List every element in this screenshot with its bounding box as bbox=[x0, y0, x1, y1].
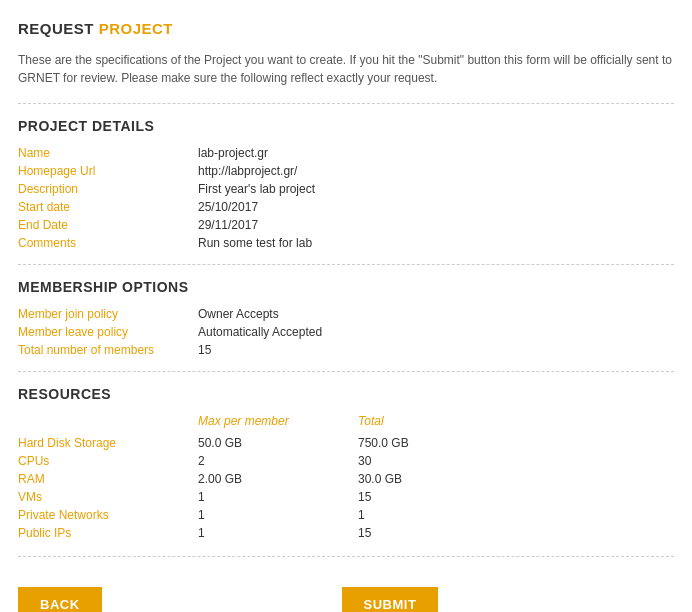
membership-field-row: Total number of members15 bbox=[18, 343, 674, 357]
resource-label: CPUs bbox=[18, 452, 198, 470]
project-field-row: Homepage Urlhttp://labproject.gr/ bbox=[18, 164, 674, 178]
field-value: 25/10/2017 bbox=[198, 200, 258, 214]
field-label: Comments bbox=[18, 236, 198, 250]
divider-4 bbox=[18, 556, 674, 557]
resource-label: Hard Disk Storage bbox=[18, 434, 198, 452]
table-row: CPUs230 bbox=[18, 452, 674, 470]
resource-total: 750.0 GB bbox=[358, 434, 674, 452]
resource-total: 30 bbox=[358, 452, 674, 470]
table-row: Hard Disk Storage50.0 GB750.0 GB bbox=[18, 434, 674, 452]
project-field-row: End Date29/11/2017 bbox=[18, 218, 674, 232]
resource-label: VMs bbox=[18, 488, 198, 506]
resource-max: 50.0 GB bbox=[198, 434, 358, 452]
table-row: Private Networks11 bbox=[18, 506, 674, 524]
project-details-title: PROJECT DETAILS bbox=[18, 118, 674, 134]
field-value: Run some test for lab bbox=[198, 236, 312, 250]
membership-fields: Member join policyOwner AcceptsMember le… bbox=[18, 307, 674, 357]
field-label: Name bbox=[18, 146, 198, 160]
resource-label: Private Networks bbox=[18, 506, 198, 524]
submit-button[interactable]: SUBMIT bbox=[342, 587, 439, 612]
divider-1 bbox=[18, 103, 674, 104]
field-value: http://labproject.gr/ bbox=[198, 164, 297, 178]
field-value: 29/11/2017 bbox=[198, 218, 258, 232]
field-value: 15 bbox=[198, 343, 211, 357]
resource-label: Public IPs bbox=[18, 524, 198, 542]
resource-label: RAM bbox=[18, 470, 198, 488]
back-button[interactable]: BACK bbox=[18, 587, 102, 612]
button-bar: BACK SUBMIT bbox=[18, 577, 674, 612]
membership-options-title: MEMBERSHIP OPTIONS bbox=[18, 279, 674, 295]
field-label: Member leave policy bbox=[18, 325, 198, 339]
project-field-row: Namelab-project.gr bbox=[18, 146, 674, 160]
membership-field-row: Member leave policyAutomatically Accepte… bbox=[18, 325, 674, 339]
project-fields: Namelab-project.grHomepage Urlhttp://lab… bbox=[18, 146, 674, 250]
divider-3 bbox=[18, 371, 674, 372]
field-value: lab-project.gr bbox=[198, 146, 268, 160]
table-row: VMs115 bbox=[18, 488, 674, 506]
field-label: Homepage Url bbox=[18, 164, 198, 178]
resource-total: 15 bbox=[358, 488, 674, 506]
project-field-row: Start date25/10/2017 bbox=[18, 200, 674, 214]
project-field-row: CommentsRun some test for lab bbox=[18, 236, 674, 250]
field-value: Automatically Accepted bbox=[198, 325, 322, 339]
resource-max: 2.00 GB bbox=[198, 470, 358, 488]
project-field-row: DescriptionFirst year's lab project bbox=[18, 182, 674, 196]
field-label: Member join policy bbox=[18, 307, 198, 321]
table-row: RAM2.00 GB30.0 GB bbox=[18, 470, 674, 488]
field-label: Total number of members bbox=[18, 343, 198, 357]
field-label: Start date bbox=[18, 200, 198, 214]
resources-table: Max per member Total Hard Disk Storage50… bbox=[18, 414, 674, 542]
resources-col-label bbox=[18, 414, 198, 434]
field-label: Description bbox=[18, 182, 198, 196]
resources-col-max: Max per member bbox=[198, 414, 358, 434]
resources-title: RESOURCES bbox=[18, 386, 674, 402]
resource-total: 30.0 GB bbox=[358, 470, 674, 488]
resource-max: 1 bbox=[198, 524, 358, 542]
resource-max: 1 bbox=[198, 506, 358, 524]
project-details-section: PROJECT DETAILS Namelab-project.grHomepa… bbox=[18, 118, 674, 250]
field-label: End Date bbox=[18, 218, 198, 232]
field-value: Owner Accepts bbox=[198, 307, 279, 321]
table-row: Public IPs115 bbox=[18, 524, 674, 542]
page-title: REQUEST PROJECT bbox=[18, 20, 674, 37]
intro-text: These are the specifications of the Proj… bbox=[18, 51, 674, 87]
field-value: First year's lab project bbox=[198, 182, 315, 196]
resources-rows: Hard Disk Storage50.0 GB750.0 GBCPUs230R… bbox=[18, 434, 674, 542]
resource-max: 2 bbox=[198, 452, 358, 470]
resource-total: 15 bbox=[358, 524, 674, 542]
resource-total: 1 bbox=[358, 506, 674, 524]
resource-max: 1 bbox=[198, 488, 358, 506]
membership-field-row: Member join policyOwner Accepts bbox=[18, 307, 674, 321]
membership-options-section: MEMBERSHIP OPTIONS Member join policyOwn… bbox=[18, 279, 674, 357]
resources-section: RESOURCES Max per member Total Hard Disk… bbox=[18, 386, 674, 542]
resources-col-total: Total bbox=[358, 414, 674, 434]
divider-2 bbox=[18, 264, 674, 265]
